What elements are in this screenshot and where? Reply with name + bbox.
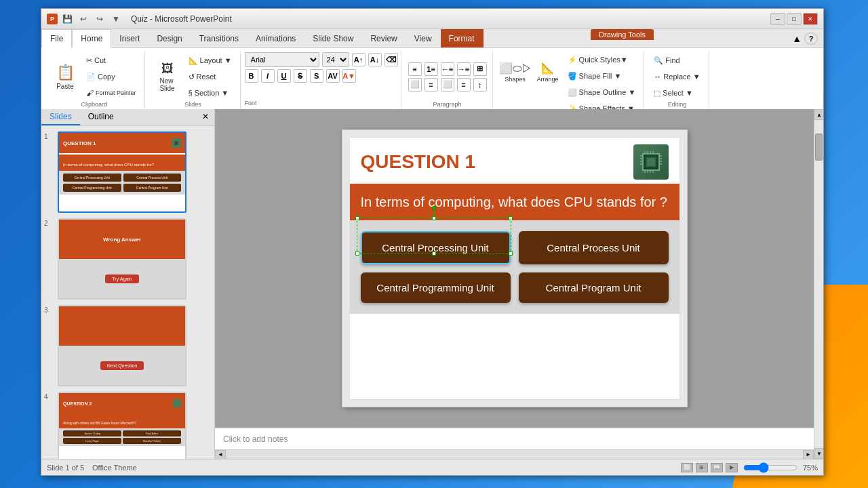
slides-controls: 🖼 NewSlide 📐 Layout ▼ ↺ Reset § Section … xyxy=(152,52,235,101)
shape-outline-btn[interactable]: ⬜ Shape Outline ▼ xyxy=(565,85,639,100)
tab-transitions[interactable]: Transitions xyxy=(191,29,248,47)
bold-btn[interactable]: B xyxy=(245,69,258,83)
scroll-up-btn[interactable]: ▲ xyxy=(814,109,823,120)
tab-review[interactable]: Review xyxy=(362,29,406,47)
align-center-btn[interactable]: ≡ xyxy=(425,78,438,92)
new-slide-btn[interactable]: 🖼 NewSlide xyxy=(152,57,183,96)
outline-tab[interactable]: Outline xyxy=(80,109,122,125)
slideshow-btn[interactable]: ▶ xyxy=(726,463,738,472)
clipboard-label: Clipboard xyxy=(81,101,108,109)
redo-btn[interactable]: ↪ xyxy=(93,13,106,25)
slide-thumb-1[interactable]: 1 QUESTION 1 ⬛ In terms of computing, wh… xyxy=(44,131,212,213)
tab-file[interactable]: File xyxy=(41,29,72,48)
cut-btn[interactable]: ✂Cut xyxy=(83,53,139,68)
ribbon-collapse-btn[interactable]: ▲ xyxy=(792,33,802,44)
shapes-btn[interactable]: ⬜⬭▷ Shapes xyxy=(500,52,531,92)
answer-btn-0[interactable]: Central Processing Unit xyxy=(361,231,511,264)
strikethrough-btn[interactable]: S̶ xyxy=(294,69,307,83)
font-color-btn[interactable]: A▼ xyxy=(342,69,356,83)
slide-preview-1[interactable]: QUESTION 1 ⬛ In terms of computing, what… xyxy=(58,131,186,213)
columns-btn[interactable]: ⊞ xyxy=(473,62,487,76)
tab-slideshow[interactable]: Slide Show xyxy=(304,29,362,47)
powerpoint-window: P 💾 ↩ ↪ ▼ Quiz - Microsoft PowerPoint ─ … xyxy=(41,8,824,476)
slides-tab[interactable]: Slides xyxy=(41,109,80,125)
maximize-btn[interactable]: □ xyxy=(787,13,802,25)
clear-format-btn[interactable]: ⌫ xyxy=(384,53,398,66)
quick-styles-btn[interactable]: ⚡ Quick Styles▼ xyxy=(565,52,639,67)
font-name-select[interactable]: Arial xyxy=(245,52,319,67)
notes-area[interactable]: Click to add notes xyxy=(215,428,814,449)
answer-btn-3[interactable]: Central Program Unit xyxy=(519,272,669,303)
bottom-scrollbar: ◄ ► xyxy=(215,449,814,459)
slide-num-4: 4 xyxy=(44,392,54,401)
tab-animations[interactable]: Animations xyxy=(248,29,304,47)
align-left-btn[interactable]: ⬜ xyxy=(408,78,422,92)
line-spacing-btn[interactable]: ↕ xyxy=(473,78,487,92)
tab-view[interactable]: View xyxy=(406,29,441,47)
answer-btn-1[interactable]: Central Process Unit xyxy=(519,231,669,264)
find-btn[interactable]: 🔍 Find xyxy=(651,53,703,68)
scroll-down-btn[interactable]: ▼ xyxy=(814,448,823,459)
tab-format[interactable]: Format xyxy=(441,29,484,47)
scroll-right-btn[interactable]: ► xyxy=(803,450,814,460)
slides-group: 🖼 NewSlide 📐 Layout ▼ ↺ Reset § Section … xyxy=(146,51,241,109)
drawing-tools-tab[interactable]: Drawing Tools xyxy=(591,29,654,40)
window-controls: ─ □ ✕ xyxy=(770,13,818,25)
normal-view-btn[interactable]: ⬜ xyxy=(681,463,693,472)
save-quick-btn[interactable]: 💾 xyxy=(60,13,74,25)
reset-btn[interactable]: ↺ Reset xyxy=(186,69,235,84)
slide-thumb-4[interactable]: 4 QUESTION 2 Along with others did Bill … xyxy=(44,392,212,459)
slide-sorter-btn[interactable]: ⊞ xyxy=(696,463,708,472)
tab-insert[interactable]: Insert xyxy=(111,29,149,47)
customize-qa-btn[interactable]: ▼ xyxy=(109,13,123,25)
select-btn[interactable]: ⬚ Select ▼ xyxy=(651,85,703,100)
font-row-2: B I U S̶ S AV A▼ xyxy=(245,69,398,83)
char-spacing-btn[interactable]: AV xyxy=(326,69,340,83)
scroll-left-btn[interactable]: ◄ xyxy=(215,450,226,460)
arrange-btn[interactable]: 📐 Arrange xyxy=(532,52,564,92)
font-increase-btn[interactable]: A↑ xyxy=(352,53,366,66)
undo-btn[interactable]: ↩ xyxy=(77,13,90,25)
minimize-btn[interactable]: ─ xyxy=(770,13,785,25)
main-slide[interactable]: QUESTION 1 xyxy=(342,129,688,407)
shadow-btn[interactable]: S xyxy=(310,69,323,83)
decrease-indent-btn[interactable]: ←≡ xyxy=(441,62,454,76)
h-scroll-track[interactable] xyxy=(226,450,803,459)
tab-design[interactable]: Design xyxy=(149,29,191,47)
paste-btn[interactable]: 📋 Paste xyxy=(50,57,81,96)
section-btn[interactable]: § Section ▼ xyxy=(186,85,235,100)
notes-placeholder: Click to add notes xyxy=(223,434,288,444)
font-decrease-btn[interactable]: A↓ xyxy=(368,53,382,66)
italic-btn[interactable]: I xyxy=(261,69,275,83)
panel-close-btn[interactable]: ✕ xyxy=(197,109,214,125)
clipboard-group: 📋 Paste ✂Cut 📄Copy 🖌Format Painter Clipb… xyxy=(44,51,145,109)
bullets-btn[interactable]: ≡ xyxy=(408,62,422,76)
paragraph-group: ≡ 1≡ ←≡ →≡ ⊞ ⬜ ≡ ⬜ ≡ ↕ Paragraph xyxy=(403,51,493,109)
justify-btn[interactable]: ≡ xyxy=(457,78,471,92)
replace-btn[interactable]: ↔ Replace ▼ xyxy=(651,69,703,84)
slide-thumb-3[interactable]: 3 Next Question xyxy=(44,305,212,386)
copy-btn[interactable]: 📄Copy xyxy=(83,69,139,84)
numbering-btn[interactable]: 1≡ xyxy=(425,62,438,76)
layout-btn[interactable]: 📐 Layout ▼ xyxy=(186,53,235,68)
tab-home[interactable]: Home xyxy=(72,29,111,48)
close-btn[interactable]: ✕ xyxy=(803,13,818,25)
font-size-select[interactable]: 24 xyxy=(322,52,349,67)
window-title: Quiz - Microsoft PowerPoint xyxy=(131,14,232,24)
slide-preview-3[interactable]: Next Question xyxy=(58,305,186,386)
help-btn[interactable]: ? xyxy=(804,33,818,45)
scroll-thumb[interactable] xyxy=(815,134,823,161)
reading-view-btn[interactable]: 📖 xyxy=(711,463,723,472)
main-area: Slides Outline ✕ 1 QUESTION 1 ⬛ In terms… xyxy=(41,109,823,459)
ribbon-content: 📋 Paste ✂Cut 📄Copy 🖌Format Painter Clipb… xyxy=(41,48,823,109)
shape-fill-btn[interactable]: 🪣 Shape Fill ▼ xyxy=(565,68,639,83)
slide-preview-2[interactable]: Wrong Answer Try Again xyxy=(58,218,186,300)
underline-btn[interactable]: U xyxy=(277,69,291,83)
slide-thumb-2[interactable]: 2 Wrong Answer Try Again xyxy=(44,218,212,300)
zoom-slider[interactable] xyxy=(743,462,797,473)
format-painter-btn[interactable]: 🖌Format Painter xyxy=(83,85,139,100)
increase-indent-btn[interactable]: →≡ xyxy=(457,62,471,76)
answer-btn-2[interactable]: Central Programming Unit xyxy=(361,272,511,303)
slide-preview-4[interactable]: QUESTION 2 Along with others did Bill Ga… xyxy=(58,392,186,459)
align-right-btn[interactable]: ⬜ xyxy=(441,78,454,92)
